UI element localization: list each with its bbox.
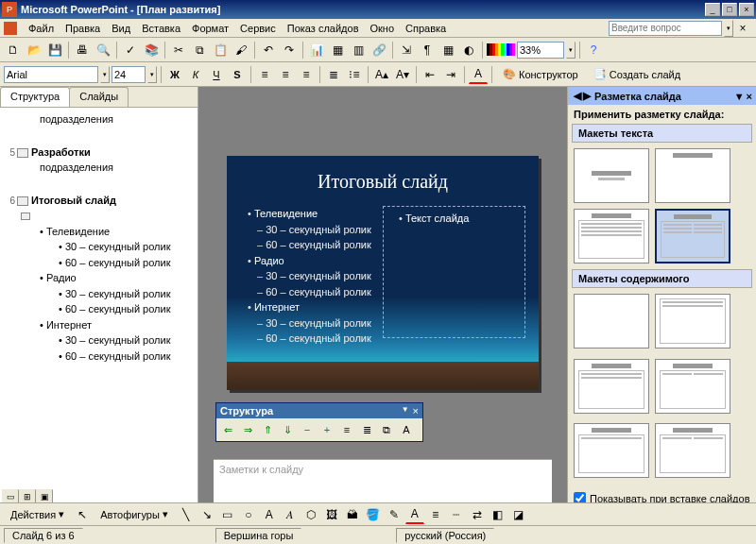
wordart-icon[interactable]: 𝐴: [281, 505, 300, 524]
collapse-icon[interactable]: −: [299, 421, 316, 438]
color-swatch[interactable]: [487, 43, 515, 56]
arrow-icon[interactable]: ↘: [198, 505, 216, 524]
paste-icon[interactable]: 📋: [211, 41, 230, 60]
layout-content[interactable]: [655, 294, 730, 348]
layout-blank[interactable]: [574, 294, 649, 348]
tab-slides[interactable]: Слайды: [69, 87, 129, 107]
zoom-dropdown[interactable]: ▾: [566, 42, 576, 59]
increase-font-icon[interactable]: A▴: [372, 65, 391, 84]
format-painter-icon[interactable]: 🖌: [232, 41, 250, 60]
outline-item[interactable]: подразделения: [40, 160, 194, 176]
menu-view[interactable]: Вид: [106, 21, 136, 36]
decrease-font-icon[interactable]: A▾: [393, 65, 412, 84]
outline-item[interactable]: • 30 – секундный ролик: [59, 239, 194, 255]
redo-icon[interactable]: ↷: [280, 41, 299, 60]
taskpane-fwd-icon[interactable]: ▶: [583, 90, 591, 102]
insert-chart-icon[interactable]: 📊: [307, 41, 326, 60]
expand-icon[interactable]: +: [318, 421, 335, 438]
outline-item[interactable]: • Интернет: [40, 317, 194, 333]
notes-pane[interactable]: Заметки к слайду: [214, 459, 552, 506]
tab-structure[interactable]: Структура: [0, 87, 70, 107]
expand-icon[interactable]: ⇲: [397, 41, 416, 60]
show-format-icon[interactable]: A: [398, 421, 415, 438]
outline-item[interactable]: • 60 – секундный ролик: [59, 255, 194, 271]
font-name-dropdown[interactable]: ▾: [100, 66, 110, 83]
cut-icon[interactable]: ✂: [169, 41, 188, 60]
shadow-style-icon[interactable]: ◧: [489, 505, 507, 524]
ask-dropdown[interactable]: ▾: [724, 20, 733, 37]
zoom-input[interactable]: 33%: [517, 42, 564, 59]
increase-indent-icon[interactable]: ⇥: [441, 65, 460, 84]
font-name[interactable]: Arial: [4, 66, 98, 83]
grid-icon[interactable]: ▦: [438, 41, 457, 60]
line-color-icon[interactable]: ✎: [385, 505, 404, 524]
move-down-icon[interactable]: ⇓: [279, 421, 296, 438]
new-icon[interactable]: 🗋: [4, 41, 23, 60]
decrease-indent-icon[interactable]: ⇤: [421, 65, 439, 84]
line-style-icon[interactable]: ≡: [426, 505, 445, 524]
maximize-button[interactable]: □: [722, 3, 737, 16]
outline-title[interactable]: Итоговый слайд: [31, 195, 116, 206]
save-icon[interactable]: 💾: [45, 41, 64, 60]
copy-icon[interactable]: ⧉: [190, 41, 209, 60]
outline-item[interactable]: подразделения: [40, 111, 194, 128]
align-right-icon[interactable]: ≡: [297, 65, 316, 84]
taskpane-menu-icon[interactable]: ▼: [734, 91, 745, 102]
menu-tools[interactable]: Сервис: [234, 21, 282, 36]
help-icon[interactable]: ?: [584, 41, 603, 60]
oval-icon[interactable]: ○: [239, 505, 258, 524]
layout-content5[interactable]: [655, 423, 730, 478]
layout-title-content[interactable]: [574, 209, 649, 264]
slide-body-left[interactable]: Телевидение 30 – секундный ролик60 – сек…: [240, 206, 377, 347]
demote-icon[interactable]: ⇒: [239, 421, 256, 438]
fill-color-icon[interactable]: 🪣: [364, 505, 383, 524]
outline-item[interactable]: • 30 – секундный ролик: [59, 286, 194, 302]
outline-title[interactable]: Разработки: [31, 146, 91, 158]
font-size-dropdown[interactable]: ▾: [147, 66, 157, 83]
promote-icon[interactable]: ⇐: [219, 421, 236, 438]
summary-icon[interactable]: ⧉: [378, 421, 395, 438]
preview-icon[interactable]: 🔍: [94, 41, 112, 60]
menu-edit[interactable]: Правка: [60, 21, 106, 36]
slide-icon[interactable]: [17, 148, 28, 158]
structure-toolbar[interactable]: Структура ▼ × ⇐ ⇒ ⇑ ⇓ − + ≡ ≣ ⧉ A: [215, 402, 423, 442]
shadow-icon[interactable]: S: [228, 65, 247, 84]
layout-title[interactable]: [574, 148, 649, 203]
insert-link-icon[interactable]: 🔗: [369, 41, 388, 60]
layout-content4[interactable]: [574, 423, 649, 478]
picture-icon[interactable]: 🏔: [343, 505, 362, 524]
autoshapes-button[interactable]: Автофигуры ▾: [94, 505, 175, 523]
font-size[interactable]: 24: [112, 66, 146, 83]
slide-icon[interactable]: [17, 196, 28, 206]
draw-actions[interactable]: Действия ▾: [4, 505, 71, 523]
layout-title-only[interactable]: [655, 148, 730, 203]
toolbar-close-icon[interactable]: ×: [413, 405, 419, 416]
outline-item[interactable]: • 60 – секундный ролик: [59, 348, 194, 365]
show-format-icon[interactable]: ¶: [418, 41, 437, 60]
bullets-icon[interactable]: ⁝≡: [345, 65, 364, 84]
move-up-icon[interactable]: ⇑: [259, 421, 276, 438]
research-icon[interactable]: 📚: [142, 41, 161, 60]
mdi-close-icon[interactable]: ×: [733, 19, 752, 38]
status-lang[interactable]: русский (Россия): [396, 528, 494, 543]
ask-input[interactable]: [609, 21, 722, 36]
undo-icon[interactable]: ↶: [259, 41, 278, 60]
toolbar-options-icon[interactable]: ▼: [402, 405, 409, 416]
new-slide-button[interactable]: 📑 Создать слайд: [587, 65, 687, 83]
numbering-icon[interactable]: ≣: [324, 65, 343, 84]
structure-toolbar-header[interactable]: Структура ▼ ×: [216, 403, 422, 418]
select-icon[interactable]: ↖: [73, 505, 92, 524]
clipart-icon[interactable]: 🖼: [322, 505, 341, 524]
menu-format[interactable]: Формат: [186, 21, 234, 36]
underline-icon[interactable]: Ч: [207, 65, 226, 84]
collapse-all-icon[interactable]: ≡: [338, 421, 355, 438]
taskpane-close-icon[interactable]: ×: [747, 91, 752, 102]
line-icon[interactable]: ╲: [177, 505, 196, 524]
slide-body-right[interactable]: Текст слайда: [383, 206, 525, 338]
taskpane-back-icon[interactable]: ◀: [574, 90, 581, 102]
align-left-icon[interactable]: ≡: [255, 65, 274, 84]
menu-insert[interactable]: Вставка: [136, 21, 186, 36]
tables-borders-icon[interactable]: ▥: [349, 41, 368, 60]
rect-icon[interactable]: ▭: [218, 505, 237, 524]
print-icon[interactable]: 🖶: [73, 41, 92, 60]
